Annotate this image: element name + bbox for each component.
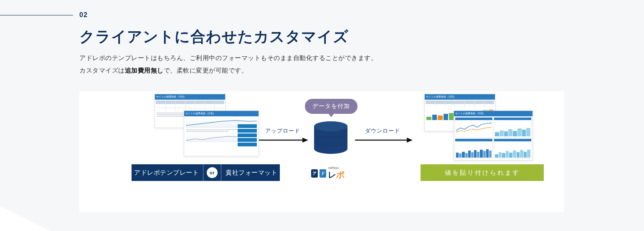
left-label-a: アドレポテンプレート [134,169,199,177]
sheet-header: サイトの成果推移（月別） [184,111,259,116]
right-label-bar: 値を貼り付けられます [421,164,544,181]
or-badge: or [207,167,218,178]
page-corner-triangle [0,206,50,231]
brand-le: レ [328,170,336,179]
desc-line2-a: カスタマイズは [79,67,125,74]
upload-label: アップロード [260,127,306,135]
brand-po: ポ [336,170,345,179]
database-icon [313,121,348,154]
right-label-text: 値を貼り付けられます [445,169,520,177]
sheet-header: サイトの成果推移（月別） [425,94,495,100]
upload-arrow-icon [259,137,308,143]
brand-logo: ア ド AdRepo レポ [311,166,345,181]
brand-sup: AdRepo [328,166,345,169]
section-description: アドレポのテンプレートはもちろん、ご利用中のフォーマットもそのまま自動化すること… [79,52,377,77]
desc-line1: アドレポのテンプレートはもちろん、ご利用中のフォーマットもそのまま自動化すること… [79,52,377,64]
output-sheet-front: サイトの成果推移（月別） [454,110,533,161]
template-sheet-front: サイトの成果推移（月別） [184,110,259,156]
diagram-card: サイトの成果推移（月別） サイトの成果推移（月別） アドレポテンプレート or … [79,91,564,212]
left-label-b: 貴社フォーマット [226,169,277,177]
download-label: ダウンロード [357,127,408,135]
desc-line2-em: 追加費用無し [125,67,164,74]
left-label-bar: アドレポテンプレート or 貴社フォーマット [132,164,280,181]
svg-point-9 [314,121,347,131]
svg-point-8 [314,137,347,146]
section-number: 02 [79,11,88,19]
brand-box-2: ド [319,169,326,178]
brand-box-1: ア [311,169,318,178]
section-rule [0,15,73,15]
bubble-text: データを付加 [312,103,350,110]
sheet-header: サイトの成果推移（月別） [155,94,225,100]
svg-marker-1 [302,138,308,143]
svg-marker-11 [407,138,413,143]
desc-line2-b: で、柔軟に変更が可能です。 [164,67,248,74]
desc-line2: カスタマイズは追加費用無しで、柔軟に変更が可能です。 [79,64,377,77]
download-arrow-icon [355,137,413,143]
sheet-header: サイトの成果推移（月別） [454,111,532,116]
section-heading: クライアントに合わせたカスタマイズ [79,27,349,47]
data-append-bubble: データを付加 [305,99,357,114]
